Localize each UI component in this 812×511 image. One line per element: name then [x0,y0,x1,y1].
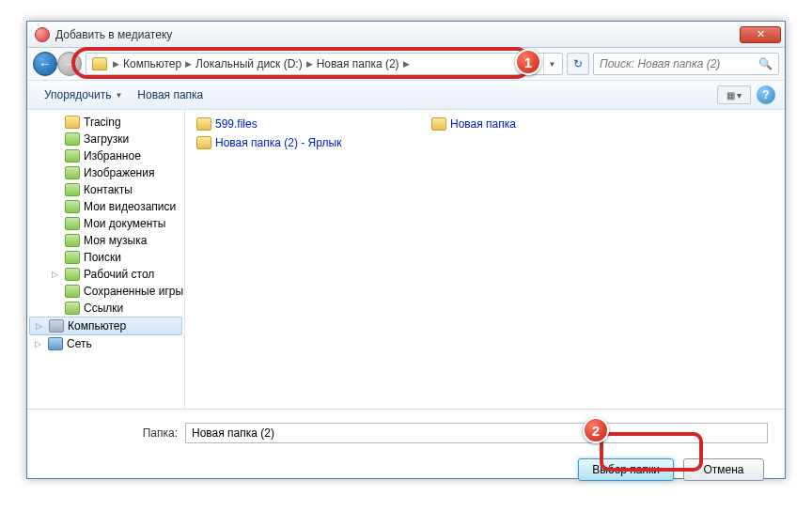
special-icon [65,149,80,163]
refresh-button[interactable]: ↻ [567,53,589,75]
address-breadcrumb[interactable]: ▶ Компьютер ▶ Локальный диск (D:) ▶ Нова… [86,53,563,75]
folder-icon [92,57,107,70]
tree-item-label: Избранное [84,149,141,163]
special-icon [65,234,80,247]
computer-icon [49,319,64,333]
tree-item-label: Мои видеозаписи [84,200,176,213]
folder-picker-dialog: Добавить в медиатеку ✕ ← → ▶ Компьютер ▶… [26,21,786,479]
tree-item-label: Tracing [84,116,121,129]
tree-item[interactable]: Контакты [27,181,184,198]
special-icon [65,251,80,264]
special-icon [65,200,80,213]
tree-item[interactable]: Ссылки [27,300,184,317]
folder-icon [431,117,446,131]
file-item[interactable]: 599.files [195,116,411,132]
search-box[interactable]: 🔍 [593,53,779,75]
organize-menu[interactable]: Упорядочить ▼ [37,85,130,105]
back-button[interactable]: ← [33,52,57,76]
window-title: Добавить в медиатеку [55,28,740,41]
tree-item-label: Рабочий стол [84,268,154,281]
tree-item[interactable]: Загрузки [27,131,184,147]
folder-tree[interactable]: TracingЗагрузкиИзбранноеИзображенияКонта… [27,110,185,409]
search-input[interactable] [600,57,758,70]
chevron-right-icon: ▶ [185,59,192,69]
folder-name-input[interactable] [185,423,768,443]
breadcrumb-item[interactable]: Компьютер [121,57,183,70]
search-icon[interactable]: 🔍 [758,57,773,70]
special-icon [65,166,80,179]
tree-item[interactable]: ▷Сеть [27,335,184,352]
chevron-right-icon: ▶ [113,59,119,69]
cancel-button[interactable]: Отмена [683,458,764,481]
tree-item[interactable]: Мои документы [27,215,184,232]
forward-button[interactable]: → [57,52,82,76]
close-button[interactable]: ✕ [740,26,781,43]
tree-item[interactable]: Избранное [27,147,184,164]
breadcrumb-item[interactable]: Новая папка (2) [315,57,401,70]
tree-item[interactable]: ▷Рабочий стол [27,266,184,283]
select-folder-button[interactable]: Выбор папки [578,458,674,481]
tree-item[interactable]: Поиски [27,249,184,266]
expand-icon[interactable]: ▷ [36,321,42,331]
annotation-badge-1: 1 [515,49,541,75]
tree-item-label: Компьютер [68,319,126,333]
file-label: Новая папка (2) - Ярлык [215,136,341,149]
file-item[interactable]: Новая папка (2) - Ярлык [195,134,411,151]
tree-item-label: Моя музыка [84,234,147,247]
file-item[interactable]: Новая папка [429,116,646,132]
file-label: Новая папка [450,117,516,131]
tree-item-label: Контакты [84,183,133,196]
titlebar[interactable]: Добавить в медиатеку ✕ [27,22,785,48]
folder-icon [196,117,211,131]
special-icon [65,183,80,196]
dialog-footer: Папка: Выбор папки Отмена [27,409,785,494]
tree-item-label: Изображения [84,166,154,179]
help-button[interactable]: ? [757,85,775,104]
tree-item-label: Сеть [67,337,92,350]
app-icon [35,27,50,42]
tree-item-label: Мои документы [84,217,165,230]
tree-item[interactable]: Изображения [27,164,184,181]
annotation-badge-2: 2 [583,417,609,443]
network-icon [48,337,63,350]
file-label: 599.files [215,117,258,131]
special-icon [65,302,80,315]
folder-field-label: Папка: [44,426,178,440]
tree-item[interactable]: Мои видеозаписи [27,198,184,215]
new-folder-button[interactable]: Новая папка [130,85,211,105]
expand-icon[interactable]: ▷ [35,339,41,348]
tree-item[interactable]: ▷Компьютер [29,317,182,335]
folder-icon [65,116,80,129]
breadcrumb-dropdown[interactable]: ▼ [543,54,560,74]
tree-item[interactable]: Моя музыка [27,232,184,249]
tree-item-label: Сохраненные игры [84,285,183,298]
expand-icon[interactable]: ▷ [52,270,58,279]
chevron-down-icon: ▼ [115,91,122,100]
tree-item-label: Загрузки [84,132,129,146]
tree-item[interactable]: Сохраненные игры [27,283,184,300]
special-icon [65,217,80,230]
special-icon [65,268,80,281]
view-mode-button[interactable]: ▦ ▾ [717,85,751,104]
content-area: TracingЗагрузкиИзбранноеИзображенияКонта… [27,110,785,409]
tree-item[interactable]: Tracing [27,114,184,131]
file-list[interactable]: 599.filesНовая папкаНовая папка (2) - Яр… [185,110,785,409]
breadcrumb-item[interactable]: Локальный диск (D:) [194,57,304,70]
chevron-right-icon: ▶ [403,59,410,69]
tree-item-label: Ссылки [84,302,123,315]
navigation-bar: ← → ▶ Компьютер ▶ Локальный диск (D:) ▶ … [27,48,785,80]
special-icon [65,132,80,146]
tree-item-label: Поиски [84,251,121,264]
toolbar: Упорядочить ▼ Новая папка ▦ ▾ ? [27,80,785,110]
chevron-right-icon: ▶ [306,59,313,69]
folder-icon [196,136,211,149]
special-icon [65,285,80,298]
